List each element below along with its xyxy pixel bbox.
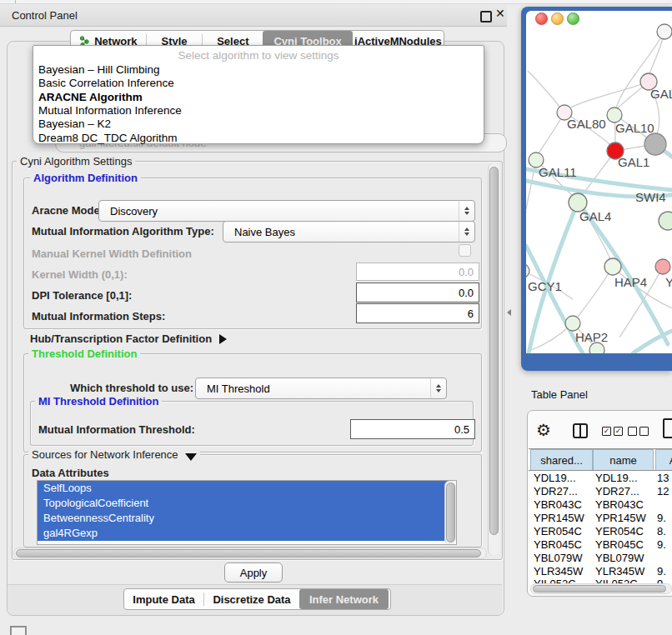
column-header-shared[interactable]: shared...: [530, 449, 593, 471]
mac-close-icon[interactable]: [535, 12, 548, 25]
column-header-partial[interactable]: A: [655, 449, 672, 471]
cell[interactable]: YDL19...: [595, 472, 638, 484]
node-hap4[interactable]: [604, 258, 621, 275]
network-graph: GAL7 GAL80 GAL10 GAL1 GAL11 GAL4 SWI4 GC…: [526, 11, 672, 353]
cell[interactable]: 8.: [657, 525, 666, 538]
attributes-list-scrollbar[interactable]: [444, 481, 456, 544]
settings-scrollbar-thumb[interactable]: [489, 167, 499, 535]
hub-definition-toggle[interactable]: Hub/Transcription Factor Definition: [30, 332, 227, 345]
mi-threshold-group-title: MI Threshold Definition: [35, 395, 162, 408]
kernel-width-field[interactable]: 0.0: [356, 262, 479, 281]
mi-type-select[interactable]: Naive Bayes: [223, 221, 475, 242]
tab-infer-network[interactable]: Infer Network: [299, 589, 389, 609]
dropdown-prompt: Select algorithm to view settings: [33, 49, 484, 62]
cell[interactable]: YBL079W: [534, 552, 583, 564]
node-label: GAL80: [567, 117, 606, 131]
gear-icon[interactable]: ⚙: [536, 420, 551, 440]
checked-box-icon: ✓: [602, 427, 611, 436]
node-label: HAP4: [614, 275, 647, 289]
columns-icon[interactable]: [573, 423, 588, 438]
splitter-collapse-icon[interactable]: [507, 309, 511, 316]
settings-scrollbar[interactable]: [488, 163, 499, 555]
minimized-panel-icon[interactable]: [10, 626, 27, 635]
cell[interactable]: YBL079W: [595, 552, 644, 564]
apply-button[interactable]: Apply: [224, 562, 283, 582]
cell[interactable]: YBR045C: [595, 538, 644, 551]
cell[interactable]: YLR345W: [534, 565, 583, 578]
cell[interactable]: 9.: [657, 538, 666, 551]
close-icon[interactable]: ✕: [495, 7, 505, 20]
list-item-selected[interactable]: BetweennessCentrality: [38, 511, 450, 526]
dropdown-item[interactable]: Dream8 DC_TDC Algorithm: [38, 132, 479, 145]
cell[interactable]: 13: [657, 472, 669, 484]
table-hscrollbar-thumb[interactable]: [533, 585, 666, 592]
dropdown-item[interactable]: Bayesian – Hill Climbing: [38, 63, 479, 77]
attributes-list-scrollbar-thumb[interactable]: [446, 482, 455, 542]
cell[interactable]: YBR043C: [534, 498, 582, 511]
cyni-settings-title: Cyni Algorithm Settings: [17, 155, 135, 168]
table-file-icon[interactable]: [663, 418, 672, 438]
cell[interactable]: YLR345W: [595, 565, 644, 578]
cell[interactable]: YBR043C: [595, 498, 644, 511]
mi-steps-label: Mutual Information Steps:: [32, 310, 165, 322]
node-hub[interactable]: [644, 133, 666, 155]
chevron-right-icon: [219, 334, 227, 344]
node-hap2[interactable]: [565, 316, 580, 331]
tab-impute-data-label: Impute Data: [133, 593, 194, 606]
tab-impute-data[interactable]: Impute Data: [124, 589, 203, 609]
cell[interactable]: YBR045C: [534, 538, 582, 551]
aracne-mode-value: Discovery: [99, 205, 459, 218]
mi-steps-field[interactable]: 6: [356, 303, 479, 323]
cell[interactable]: 9.: [657, 512, 666, 524]
node-y[interactable]: [655, 259, 670, 274]
cell[interactable]: YPR145W: [595, 512, 646, 524]
mi-threshold-field[interactable]: 0.5: [350, 419, 475, 439]
dropdown-item[interactable]: Basic Correlation Inference: [38, 77, 479, 90]
table-hscrollbar[interactable]: [530, 583, 672, 594]
deselect-all-icon[interactable]: [628, 427, 649, 436]
cell[interactable]: YER054C: [534, 525, 582, 538]
which-threshold-label: Which threshold to use:: [70, 382, 193, 394]
settings-hscrollbar-thumb[interactable]: [16, 549, 481, 558]
tab-discretize-data-label: Discretize Data: [213, 593, 290, 606]
stepper-icon: [430, 378, 446, 398]
network-node-labels: GAL7 GAL80 GAL10 GAL1 GAL11 GAL4 SWI4 GC…: [528, 87, 672, 344]
data-attributes-label: Data Attributes: [32, 467, 109, 479]
top-edge-divider: [15, 0, 16, 3]
cell[interactable]: YDR27...: [595, 485, 639, 498]
dpi-tolerance-field[interactable]: 0.0: [356, 282, 479, 302]
table-header-rule: [529, 470, 672, 471]
cell[interactable]: 12: [657, 485, 669, 498]
node-swi4[interactable]: [659, 212, 672, 230]
cell[interactable]: YDL19...: [534, 472, 576, 484]
node-label: GAL7: [650, 87, 672, 101]
manual-kernel-label: Manual Kernel Width Definition: [32, 248, 192, 260]
mac-minimize-icon[interactable]: [551, 12, 564, 25]
list-item-selected[interactable]: TopologicalCoefficient: [38, 496, 450, 511]
list-item-selected[interactable]: gal4RGexp: [38, 526, 450, 541]
list-item-selected[interactable]: SelfLoops: [38, 481, 450, 496]
dropdown-item[interactable]: Mutual Information Inference: [38, 104, 479, 118]
tab-discretize-data[interactable]: Discretize Data: [204, 589, 299, 609]
manual-kernel-checkbox[interactable]: [459, 244, 471, 257]
node[interactable]: [657, 24, 672, 39]
select-all-icon[interactable]: ✓ ✓: [602, 427, 623, 436]
dropdown-item-highlighted[interactable]: ARACNE Algorithm: [38, 91, 479, 104]
which-threshold-select[interactable]: MI Threshold: [195, 378, 447, 399]
cell[interactable]: YER054C: [595, 525, 644, 538]
aracne-mode-select[interactable]: Discovery: [98, 200, 475, 222]
dropdown-item[interactable]: Bayesian – K2: [38, 118, 479, 131]
stepper-icon: [459, 222, 474, 242]
cell[interactable]: YDR27...: [534, 485, 578, 498]
settings-hscrollbar[interactable]: [13, 548, 487, 559]
cell[interactable]: YPR145W: [534, 512, 584, 524]
node-gcy1[interactable]: [526, 264, 529, 278]
mac-zoom-icon[interactable]: [567, 12, 579, 25]
stepper-icon: [459, 201, 474, 221]
float-window-icon[interactable]: [480, 11, 492, 22]
node-label: GAL10: [615, 121, 654, 135]
sources-group-title[interactable]: Sources for Network Inference: [28, 448, 200, 461]
network-canvas[interactable]: GAL7 GAL80 GAL10 GAL1 GAL11 GAL4 SWI4 GC…: [526, 11, 672, 353]
cell[interactable]: 9.: [657, 565, 666, 578]
column-header-name[interactable]: name: [593, 449, 654, 471]
